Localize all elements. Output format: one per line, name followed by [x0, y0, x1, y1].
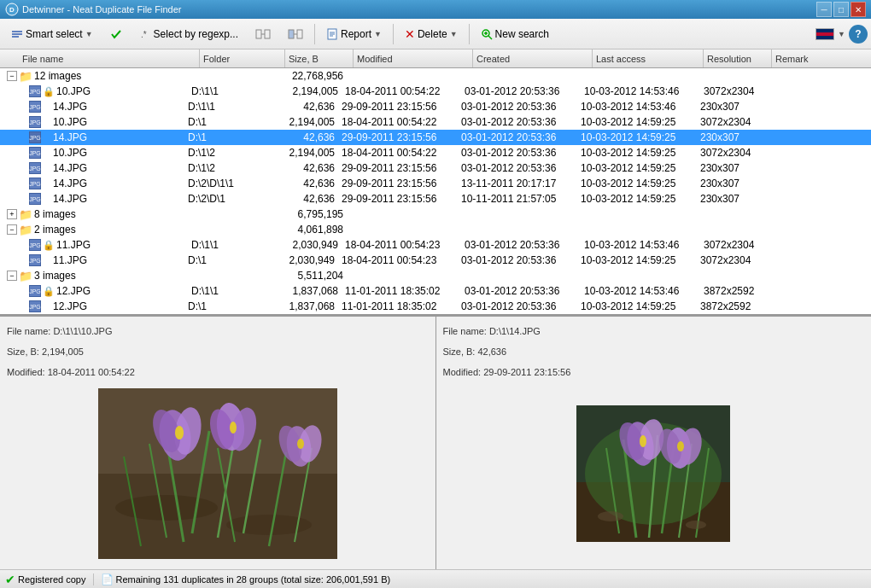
svg-point-62 — [598, 511, 623, 521]
file-row[interactable]: JPG 14.JPG D:\2\D\1\1 42,636 29-09-2011 … — [0, 176, 871, 191]
filename-cell: 14.JPG — [53, 162, 188, 174]
delete-button[interactable]: ✕ Delete ▼ — [397, 22, 465, 46]
col-header-remark[interactable]: Remark — [772, 49, 840, 67]
new-search-label: New search — [495, 28, 549, 40]
expand-button[interactable]: − — [7, 71, 17, 81]
folder-cell: D:\1\1 — [191, 285, 277, 297]
svg-text:D: D — [9, 6, 15, 14]
file-row[interactable]: JPG 🔒 12.JPG D:\1\1 1,837,068 11-01-2011… — [0, 283, 871, 299]
file-row[interactable]: JPG 11.JPG D:\1 2,030,949 18-04-2011 00:… — [0, 253, 871, 268]
preview-right-filename: File name: D:\1\14.JPG — [443, 323, 865, 339]
svg-rect-6 — [256, 30, 261, 38]
expand-button[interactable]: − — [7, 271, 17, 281]
smart-select-button[interactable]: Smart select ▼ — [3, 22, 101, 46]
created-cell: 03-01-2012 20:53:36 — [461, 162, 581, 174]
report-label: Report — [341, 28, 371, 40]
status-separator — [93, 573, 94, 585]
status-registered: ✔ Registered copy — [5, 573, 86, 586]
select-by-regexp-button[interactable]: .* Select by regexp... — [132, 22, 246, 46]
new-search-button[interactable]: New search — [473, 22, 557, 46]
compare-button-1[interactable] — [248, 22, 278, 46]
folder-icon: 📁 — [19, 208, 32, 221]
file-row[interactable]: JPG 14.JPG D:\1 42,636 29-09-2011 23:15:… — [0, 130, 871, 145]
file-row[interactable]: JPG 10.JPG D:\1 2,194,005 18-04-2011 00:… — [0, 114, 871, 130]
select-by-regexp-label: Select by regexp... — [154, 28, 238, 40]
language-flag[interactable] — [815, 28, 834, 40]
file-row[interactable]: JPG 14.JPG D:\2\D\1 42,636 29-09-2011 23… — [0, 191, 871, 207]
filename-cell: 10.JPG — [56, 85, 191, 97]
modified-cell: 18-04-2011 00:54:23 — [345, 239, 465, 251]
help-button[interactable]: ? — [849, 25, 868, 44]
report-icon — [326, 28, 338, 40]
lock-icon: 🔒 — [43, 240, 55, 251]
file-row[interactable]: JPG 🔒 10.JPG D:\1\1 2,194,005 18-04-2011… — [0, 84, 871, 99]
svg-rect-7 — [265, 30, 270, 38]
folder-cell: D:\1 — [188, 254, 273, 266]
remaining-label: Remaining 131 duplicates in 28 groups (t… — [116, 574, 391, 585]
minimize-button[interactable]: ─ — [816, 2, 832, 17]
created-cell: 03-01-2012 20:53:36 — [461, 254, 581, 266]
expand-button[interactable]: + — [7, 209, 17, 219]
col-header-modified[interactable]: Modified — [354, 49, 473, 67]
modified-cell: 18-04-2011 00:54:22 — [342, 147, 461, 159]
lastaccess-cell: 10-03-2012 14:59:25 — [581, 178, 700, 189]
file-row[interactable]: JPG 10.JPG D:\1\2 2,194,005 18-04-2011 0… — [0, 145, 871, 160]
column-headers: File name Folder Size, B Modified Create… — [0, 49, 871, 68]
resolution-cell: 3872x2592 — [700, 300, 769, 312]
filename-cell: 14.JPG — [53, 131, 188, 143]
size-cell: 42,636 — [273, 162, 342, 174]
file-row[interactable]: JPG 14.JPG D:\1\2 42,636 29-09-2011 23:1… — [0, 160, 871, 176]
registered-copy-label: Registered copy — [18, 574, 86, 585]
group-row[interactable]: − 📁 12 images 22,768,956 — [0, 68, 871, 84]
compare-button-2[interactable] — [280, 22, 311, 46]
preview-right-image — [443, 385, 865, 562]
preview-left-image — [7, 385, 429, 562]
modified-cell: 29-09-2011 23:15:56 — [342, 193, 461, 205]
group-row[interactable]: + 📁 8 images 6,795,195 — [0, 207, 871, 222]
file-row[interactable]: JPG 🔒 11.JPG D:\1\1 2,030,949 18-04-2011… — [0, 237, 871, 253]
created-cell: 03-01-2012 20:53:36 — [461, 116, 581, 128]
file-list[interactable]: − 📁 12 images 22,768,956 JPG 🔒 10.JPG D:… — [0, 68, 871, 316]
filename-cell: 14.JPG — [53, 193, 188, 205]
group-size: 4,061,898 — [282, 224, 350, 236]
lastaccess-cell: 10-03-2012 14:59:25 — [581, 116, 700, 128]
group-name: 8 images — [34, 208, 196, 220]
checkmark-select-button[interactable] — [102, 22, 130, 46]
group-name: 2 images — [34, 224, 196, 236]
image-file-icon: JPG — [29, 178, 41, 189]
resolution-cell: 230x307 — [700, 178, 769, 189]
compare-icon-1 — [255, 28, 271, 40]
group-row[interactable]: − 📁 3 images 5,511,204 — [0, 268, 871, 283]
lastaccess-cell: 10-03-2012 14:53:46 — [581, 101, 700, 113]
folder-cell: D:\1\1 — [191, 85, 277, 97]
expand-button[interactable]: − — [7, 224, 17, 235]
preview-left-filename: File name: D:\1\1\10.JPG — [7, 323, 429, 339]
close-button[interactable]: ✕ — [851, 2, 866, 17]
modified-cell: 29-09-2011 23:15:56 — [342, 162, 461, 174]
size-cell: 2,030,949 — [273, 254, 342, 266]
file-row[interactable]: JPG 12.JPG D:\1 1,837,068 11-01-2011 18:… — [0, 299, 871, 314]
report-button[interactable]: Report ▼ — [319, 22, 389, 46]
image-file-icon: JPG — [29, 162, 41, 174]
size-cell: 42,636 — [273, 178, 342, 189]
group-row[interactable]: − 📁 2 images 4,061,898 — [0, 222, 871, 237]
compare-icon-2 — [288, 28, 303, 40]
col-header-folder[interactable]: Folder — [200, 49, 285, 67]
new-search-icon — [481, 28, 493, 40]
group-size: 6,795,195 — [282, 208, 350, 220]
resolution-cell: 3072x2304 — [700, 116, 769, 128]
size-cell: 42,636 — [273, 193, 342, 205]
col-header-size[interactable]: Size, B — [285, 49, 354, 67]
folder-cell: D:\2\D\1\1 — [188, 178, 273, 189]
image-file-icon: JPG — [29, 300, 41, 312]
col-header-lastaccess[interactable]: Last access — [593, 49, 704, 67]
maximize-button[interactable]: □ — [833, 2, 849, 17]
svg-rect-3 — [12, 33, 22, 35]
col-header-filename[interactable]: File name — [19, 49, 200, 67]
svg-rect-2 — [12, 31, 22, 32]
col-header-created[interactable]: Created — [473, 49, 593, 67]
col-header-resolution[interactable]: Resolution — [704, 49, 772, 67]
regexp-icon: .* — [139, 28, 151, 40]
file-row[interactable]: JPG 14.JPG D:\1\1 42,636 29-09-2011 23:1… — [0, 99, 871, 114]
status-remaining: 📄 Remaining 131 duplicates in 28 groups … — [101, 573, 391, 585]
